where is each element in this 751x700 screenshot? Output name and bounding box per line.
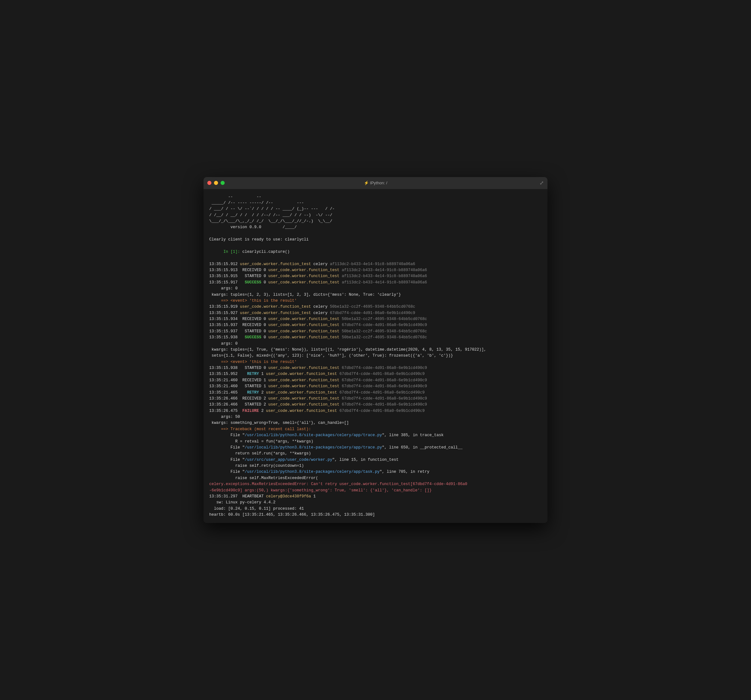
maximize-button[interactable] <box>221 181 225 185</box>
prompt-in: In [ <box>223 250 233 254</box>
traffic-lights <box>207 181 225 185</box>
log-line-5: 13:35:15.919 user_code.worker.function_t… <box>209 304 542 310</box>
log-line-13: 13:35:21.460 RECEIVED 1 user_code.worker… <box>209 377 542 383</box>
ascii-art-5: \___/_/\___/\_,_/_/ /_/ \__/_/\___/_//_/… <box>209 218 542 224</box>
window-title: ⚡ IPython: / <box>364 181 388 185</box>
log-line-1: 13:35:15.912 user_code.worker.function_t… <box>209 261 542 267</box>
terminal-window: ⚡ IPython: / ⤢ -- -- _____/ /-- ---- ---… <box>204 177 547 523</box>
exception-line-2: -6e9b1cd490c9] args:(50,) kwargs:{'somet… <box>209 488 542 494</box>
log-line-12: 13:35:15.952 RETRY 1 user_code.worker.fu… <box>209 371 542 377</box>
ascii-art-3: / ___/ / -- \/ --`/ / / / / -- ____/ (_)… <box>209 206 542 212</box>
tb-line-4: return self.run(*args, **kwargs) <box>209 451 542 457</box>
log-line-18: 13:35:26.475 FAILURE 2 user_code.worker.… <box>209 408 542 414</box>
log-event-2: ==> <event> 'this is the result' <box>209 359 542 365</box>
titlebar: ⚡ IPython: / ⤢ <box>204 177 547 189</box>
log-line-15: 13:35:21.465 RETRY 2 user_code.worker.fu… <box>209 390 542 396</box>
tb-line-5: File "/usr/src/user_app/user_code/worker… <box>209 457 542 463</box>
expand-icon[interactable]: ⤢ <box>539 180 544 186</box>
minimize-button[interactable] <box>214 181 218 185</box>
heartb-line: heartb: 60.0s [13:35:21.465, 13:35:26.46… <box>209 512 542 518</box>
close-button[interactable] <box>207 181 212 185</box>
log-line-11: 13:35:15.938 STARTED 0 user_code.worker.… <box>209 365 542 371</box>
log-args-3: args: 50 <box>209 414 542 420</box>
ascii-art-1: -- -- <box>209 194 542 200</box>
blank-1 <box>209 231 542 237</box>
sw-line: sw: Linux py-celery 4.4.2 <box>209 499 542 505</box>
prompt-cmd: clearlycli.capture() <box>243 250 290 254</box>
log-line-17: 13:35:26.466 STARTED 2 user_code.worker.… <box>209 402 542 408</box>
log-line-8: 13:35:15.937 RECEIVED 0 user_code.worker… <box>209 322 542 328</box>
log-line-7: 13:35:15.934 RECEIVED 0 user_code.worker… <box>209 316 542 322</box>
log-kwargs-3: kwargs: something_wrong=True, smell={'al… <box>209 420 542 426</box>
ascii-art-6: version 0.9.0 /____/ <box>209 224 542 230</box>
log-args-2: args: 0 <box>209 341 542 347</box>
tb-line-1: File "/usr/local/lib/python3.8/site-pack… <box>209 433 542 438</box>
log-event-1: ==> <event> 'this is the result' <box>209 298 542 304</box>
prompt-close: ]: <box>235 250 243 254</box>
log-line-6: 13:35:15.927 user_code.worker.function_t… <box>209 310 542 316</box>
exception-line-1: celery.exceptions.MaxRetriesExceededErro… <box>209 481 542 487</box>
prompt-num: 1 <box>233 250 235 254</box>
log-line-14: 13:35:21.460 STARTED 1 user_code.worker.… <box>209 383 542 389</box>
log-kwargs-1: kwargs: tuples=(1, 2, 3), lists=[1, 2, 3… <box>209 292 542 298</box>
log-line-4: 13:35:15.917 SUCCESS 0 user_code.worker.… <box>209 280 542 286</box>
tb-line-3: File "/usr/local/lib/python3.8/site-pack… <box>209 445 542 451</box>
ascii-art-2: _____/ /-- ---- -----/ /-- --- <box>209 200 542 206</box>
ascii-art-4: / /__/ / __/ / / / / /--/ /-- ___/ / / -… <box>209 212 542 218</box>
prompt-line: In [1]: clearlycli.capture() <box>209 243 542 261</box>
log-kwargs-2: kwargs: tuples=(1, True, {'mess': None})… <box>209 347 542 353</box>
log-line-16: 13:35:26.466 RECEIVED 2 user_code.worker… <box>209 396 542 402</box>
tb-line-6: raise self.retry(countdown=1) <box>209 463 542 469</box>
load-line: load: [0.24, 0.15, 0.11] processed: 41 <box>209 506 542 512</box>
terminal-content[interactable]: -- -- _____/ /-- ---- -----/ /-- --- / _… <box>204 189 547 523</box>
tb-line-7: File "/usr/local/lib/python3.8/site-pack… <box>209 469 542 475</box>
heartbeat-line: 13:35:31.297 HEARTBEAT celery@3dce438f9f… <box>209 494 542 499</box>
log-line-10: 13:35:15.938 SUCCESS 0 user_code.worker.… <box>209 335 542 340</box>
ready-msg: Clearly client is ready to use: clearlyc… <box>209 237 542 243</box>
traceback-header: ==> Traceback (most recent call last): <box>209 426 542 433</box>
log-kwargs-2b: sets={1.1, False}, mixed={('any', 123): … <box>209 353 542 359</box>
tb-line-8: raise self.MaxRetriesExceededError( <box>209 475 542 481</box>
log-args-1: args: 0 <box>209 286 542 292</box>
log-line-9: 13:35:15.937 STARTED 0 user_code.worker.… <box>209 329 542 335</box>
log-line-2: 13:35:15.913 RECEIVED 0 user_code.worker… <box>209 267 542 273</box>
log-line-3: 13:35:15.915 STARTED 0 user_code.worker.… <box>209 273 542 279</box>
tb-line-2: R = retval = fun(*args, **kwargs) <box>209 439 542 445</box>
